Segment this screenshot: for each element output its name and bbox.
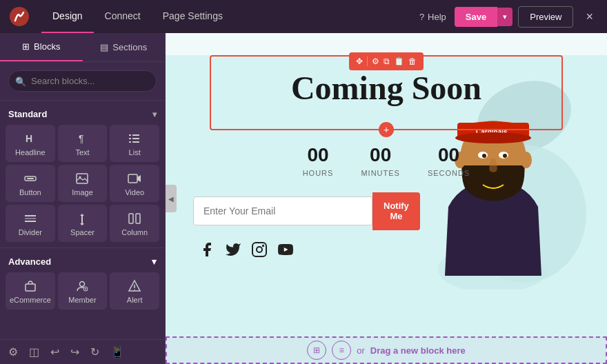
block-alert[interactable]: Alert [110, 272, 159, 310]
text-icon[interactable]: ≡ [332, 341, 351, 360]
svg-text:H: H [26, 133, 32, 144]
canvas-content: ✥ ⚙ ⧉ 📋 🗑 Coming Soon + [166, 55, 607, 364]
countdown-section: 00 HOURS 00 MINUTES 00 SECONDS [193, 144, 579, 179]
twitter-icon[interactable] [225, 241, 241, 262]
search-container: 🔍 [0, 62, 165, 101]
sidebar-tab-blocks[interactable]: ⊞ Blocks [0, 33, 83, 61]
nav-tab-connect[interactable]: Connect [94, 0, 152, 33]
blocks-icon: ⊞ [22, 41, 30, 52]
youtube-icon[interactable] [277, 241, 294, 262]
email-section: NotifyMe [193, 192, 579, 230]
sidebar-tab-sections[interactable]: ▤ Sections [83, 33, 166, 61]
block-text[interactable]: ¶ Text [58, 125, 108, 162]
settings-icon[interactable]: ⚙ [8, 345, 18, 358]
block-button[interactable]: Button [6, 165, 55, 202]
svg-text:¶: ¶ [79, 133, 84, 144]
drag-or-text: or [357, 345, 365, 356]
collapse-sidebar-button[interactable]: ◀ [166, 185, 177, 212]
standard-blocks-grid: H Headline ¶ Text List [0, 125, 165, 247]
undo-icon[interactable]: ↩ [50, 345, 59, 358]
settings-block-icon[interactable]: ⚙ [370, 55, 381, 68]
countdown-hours: 00 HOURS [303, 144, 334, 179]
svg-rect-19 [26, 284, 35, 291]
help-link[interactable]: ? Help [419, 12, 446, 22]
delete-icon[interactable]: 🗑 [407, 55, 418, 68]
svg-rect-6 [132, 138, 139, 139]
close-button[interactable]: × [580, 7, 599, 27]
svg-rect-18 [136, 214, 140, 223]
refresh-icon[interactable]: ↻ [90, 345, 99, 358]
search-icon: 🔍 [15, 76, 26, 86]
app-logo[interactable] [8, 6, 30, 28]
svg-rect-28 [252, 243, 266, 256]
preview-button[interactable]: Preview [518, 6, 573, 28]
sections-icon: ▤ [100, 42, 108, 52]
block-spacer[interactable]: Spacer [58, 205, 108, 242]
grid-icon[interactable]: ⊞ [307, 341, 326, 360]
svg-rect-10 [27, 178, 34, 179]
search-input[interactable] [8, 70, 157, 92]
advanced-chevron[interactable]: ▾ [152, 256, 157, 267]
coming-soon-title: Coming Soon [222, 70, 550, 107]
advanced-section-title: Advanced ▾ [0, 247, 165, 272]
countdown-minutes: 00 MINUTES [361, 144, 400, 179]
standard-section-title: Standard ▾ [0, 101, 165, 125]
svg-rect-3 [129, 134, 131, 136]
help-icon: ? [419, 12, 424, 22]
redo-icon[interactable]: ↪ [70, 345, 79, 358]
instagram-icon[interactable] [251, 241, 268, 262]
canvas-area: ◀ ✥ ⚙ ⧉ 📋 [166, 33, 607, 364]
block-member[interactable]: Member [58, 272, 108, 310]
layers-icon[interactable]: ◫ [29, 345, 39, 358]
standard-chevron[interactable]: ▾ [152, 110, 157, 119]
block-headline[interactable]: H Headline [6, 125, 55, 162]
email-input[interactable] [193, 196, 372, 225]
sidebar-bottom-toolbar: ⚙ ◫ ↩ ↪ ↻ 📱 [0, 339, 165, 364]
facebook-icon[interactable] [199, 241, 215, 262]
block-video[interactable]: Video [110, 165, 159, 202]
svg-rect-8 [132, 141, 139, 143]
block-ecommerce[interactable]: eCommerce [6, 272, 55, 310]
block-list[interactable]: List [110, 125, 159, 162]
drag-block-bar: ⊞ ≡ or Drag a new block here [166, 336, 607, 364]
mobile-icon[interactable]: 📱 [110, 345, 124, 358]
drag-label[interactable]: Drag a new block here [370, 345, 466, 356]
top-nav: Design Connect Page Settings ? Help Save… [0, 0, 607, 33]
block-divider[interactable]: Divider [6, 205, 55, 242]
countdown-seconds: 00 SECONDS [428, 144, 470, 179]
block-column[interactable]: Column [110, 205, 159, 242]
block-toolbar: ✥ ⚙ ⧉ 📋 🗑 [349, 52, 424, 70]
svg-rect-11 [77, 174, 88, 183]
save-button[interactable]: Save [455, 7, 497, 27]
social-icons-section [182, 241, 607, 262]
svg-rect-13 [128, 174, 137, 183]
sidebar-tabs: ⊞ Blocks ▤ Sections [0, 33, 165, 62]
svg-point-37 [455, 132, 531, 143]
nav-tab-design[interactable]: Design [41, 0, 94, 33]
sidebar: ⊞ Blocks ▤ Sections 🔍 Standard ▾ H Headl… [0, 33, 166, 364]
save-dropdown-button[interactable]: ▾ [497, 8, 513, 26]
move-icon[interactable]: ✥ [355, 55, 364, 68]
svg-rect-5 [129, 138, 131, 139]
svg-rect-4 [132, 134, 139, 136]
copy-icon[interactable]: 📋 [392, 55, 406, 68]
add-block-button[interactable]: + [379, 122, 394, 137]
svg-point-20 [80, 282, 85, 287]
advanced-blocks-grid: eCommerce Member A [0, 272, 165, 315]
drag-icons: ⊞ ≡ or Drag a new block here [307, 341, 466, 360]
notify-button[interactable]: NotifyMe [372, 192, 420, 230]
canvas-wrapper: ✥ ⚙ ⧉ 📋 🗑 Coming Soon + [166, 33, 607, 364]
nav-tab-page-settings[interactable]: Page Settings [152, 0, 234, 33]
email-input-wrapper [193, 196, 372, 225]
main-layout: ⊞ Blocks ▤ Sections 🔍 Standard ▾ H Headl… [0, 33, 607, 364]
canvas-scroll[interactable]: ✥ ⚙ ⧉ 📋 🗑 Coming Soon + [166, 33, 607, 364]
svg-point-29 [257, 247, 262, 252]
svg-point-25 [134, 290, 135, 291]
svg-rect-7 [129, 141, 131, 143]
svg-rect-17 [129, 214, 133, 223]
duplicate-icon[interactable]: ⧉ [382, 55, 391, 68]
block-image[interactable]: Image [58, 165, 108, 202]
svg-point-30 [263, 245, 263, 246]
